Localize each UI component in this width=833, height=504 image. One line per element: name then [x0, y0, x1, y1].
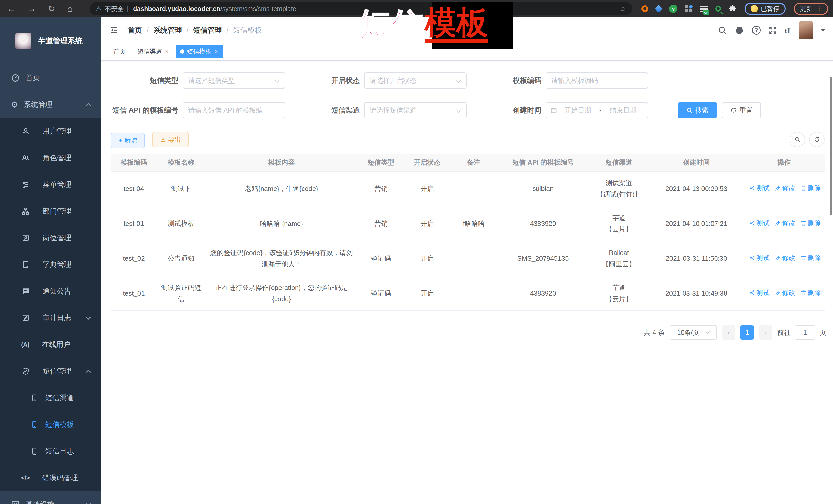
refresh-table-button[interactable] — [809, 132, 825, 147]
url-bar[interactable]: ⚠ 不安全 | dashboard.yudao.iocoder.cn/syste… — [90, 2, 632, 16]
next-page-button[interactable]: › — [759, 325, 772, 340]
extension-magnifier-icon[interactable] — [715, 6, 721, 11]
tab-home[interactable]: 首页 — [109, 45, 130, 58]
test-link[interactable]: 测试 — [749, 252, 770, 264]
sidebar-item-audit-log[interactable]: 审计日志 — [0, 305, 100, 331]
sidebar-item-notice[interactable]: 通知公告 — [0, 278, 100, 305]
breadcrumb-sms[interactable]: 短信管理 — [193, 25, 222, 35]
extension-list-icon[interactable]: on — [700, 6, 708, 12]
sidebar-item-menus[interactable]: 菜单管理 — [0, 171, 100, 198]
page-number-button[interactable]: 1 — [740, 325, 754, 340]
sidebar-item-sms-log[interactable]: 短信日志 — [0, 438, 100, 464]
delete-link[interactable]: 删除 — [801, 183, 821, 194]
close-icon[interactable]: × — [215, 48, 218, 55]
tab-sms-template[interactable]: 短信模板 × — [175, 45, 222, 58]
sidebar-item-sms-template[interactable]: 短信模板 — [0, 411, 100, 438]
end-date-placeholder[interactable]: 结束日期 — [602, 106, 644, 115]
api-template-input[interactable] — [188, 106, 280, 114]
cell-remark — [450, 276, 497, 311]
edit-link[interactable]: 修改 — [775, 183, 795, 194]
sidebar-item-infrastructure[interactable]: 基础设施 — [0, 491, 100, 504]
edit-link[interactable]: 修改 — [775, 287, 795, 298]
breadcrumb-system[interactable]: 系统管理 — [153, 25, 182, 35]
cell-content: 哈哈哈 {name} — [205, 206, 358, 241]
github-icon[interactable] — [735, 25, 744, 35]
cell-status: 开启 — [404, 241, 450, 276]
tab-sms-channel[interactable]: 短信渠道 × — [133, 45, 173, 58]
sidebar-item-error-codes[interactable]: </> 错误码管理 — [0, 464, 100, 491]
sidebar-item-dict[interactable]: 字典管理 — [0, 251, 100, 278]
sidebar-item-online-users[interactable]: (A) 在线用户 — [0, 331, 100, 358]
edit-link[interactable]: 修改 — [775, 217, 795, 229]
goto-page-input[interactable] — [795, 325, 815, 340]
extension-ring-icon[interactable] — [641, 5, 648, 12]
chevron-down-icon — [86, 315, 91, 320]
breadcrumb-home[interactable]: 首页 — [128, 25, 142, 35]
fullscreen-icon[interactable] — [768, 26, 777, 34]
extension-grid-icon[interactable] — [685, 5, 692, 12]
status-select[interactable]: 请选择开启状态 — [364, 72, 467, 89]
show-search-button[interactable] — [790, 132, 805, 147]
browser-forward-icon[interactable]: → — [28, 4, 36, 14]
cell-name: 测试验证码短信 — [157, 276, 205, 311]
channel-select[interactable]: 请选择短信渠道 — [364, 102, 467, 118]
close-icon[interactable]: × — [165, 48, 168, 55]
menu-tree-icon — [21, 181, 30, 189]
cell-name: 测试模板 — [157, 206, 205, 241]
font-size-icon[interactable]: tT — [785, 26, 791, 34]
action-label: 测试 — [756, 217, 770, 229]
action-label: 删除 — [808, 252, 821, 264]
avatar-caret-icon[interactable] — [821, 29, 825, 33]
browser-back-icon[interactable]: ← — [7, 4, 16, 14]
delete-link[interactable]: 删除 — [801, 252, 821, 264]
page-size-select[interactable]: 10条/页 — [670, 325, 717, 340]
sidebar-item-departments[interactable]: 部门管理 — [0, 198, 100, 224]
sidebar-item-sms-channel[interactable]: 短信渠道 — [0, 385, 100, 411]
edit-link[interactable]: 修改 — [775, 252, 795, 264]
hamburger-icon[interactable] — [110, 26, 119, 34]
action-label: 修改 — [782, 183, 795, 194]
sidebar-item-home[interactable]: 首页 — [0, 65, 100, 91]
extension-green-icon[interactable]: v — [669, 5, 677, 13]
search-button[interactable]: 搜索 — [678, 102, 717, 118]
sidebar-item-posts[interactable]: 岗位管理 — [0, 224, 100, 251]
update-button[interactable]: 更新 ⋮ — [794, 3, 828, 15]
date-range-picker[interactable]: 开始日期 - 结束日期 — [546, 102, 648, 118]
delete-link[interactable]: 删除 — [801, 217, 821, 229]
start-date-placeholder[interactable]: 开始日期 — [557, 106, 598, 115]
sidebar-item-users[interactable]: 用户管理 — [0, 118, 100, 145]
sms-type-select[interactable]: 请选择短信类型 — [183, 72, 285, 89]
tab-label: 短信渠道 — [137, 47, 162, 56]
profile-paused-pill[interactable]: 已暂停 — [744, 3, 786, 15]
sidebar-item-roles[interactable]: 角色管理 — [0, 145, 100, 171]
reset-button[interactable]: 重置 — [722, 102, 761, 118]
browser-menu-icon[interactable]: ⋮ — [816, 5, 822, 12]
test-link[interactable]: 测试 — [749, 183, 770, 194]
sidebar-item-sms[interactable]: 短信管理 — [0, 358, 100, 385]
breadcrumb-separator: / — [187, 26, 189, 34]
export-button[interactable]: 导出 — [152, 132, 189, 147]
help-icon[interactable]: ? — [752, 26, 761, 34]
col-created: 创建时间 — [649, 154, 743, 171]
add-button[interactable]: + 新增 — [111, 133, 145, 148]
channel-label: 短信渠道 — [292, 105, 360, 115]
browser-home-icon[interactable]: ⌂ — [67, 4, 72, 14]
extension-gem-icon[interactable] — [654, 5, 663, 13]
browser-refresh-icon[interactable]: ↻ — [48, 4, 55, 14]
delete-link[interactable]: 删除 — [801, 287, 821, 298]
cell-content: 老鸡{name}，牛逼{code} — [205, 171, 358, 206]
bookmark-star-icon[interactable]: ☆ — [620, 5, 626, 13]
search-icon[interactable] — [718, 26, 727, 35]
test-link[interactable]: 测试 — [749, 287, 770, 298]
reset-label: 重置 — [739, 106, 753, 115]
sidebar-item-system[interactable]: ⚙ 系统管理 — [0, 91, 100, 118]
cell-code: test-04 — [111, 171, 157, 206]
plus-icon: + — [118, 137, 122, 144]
template-code-input[interactable] — [551, 77, 643, 85]
test-link[interactable]: 测试 — [749, 217, 770, 229]
scrollbar-thumb[interactable] — [830, 77, 832, 215]
puzzle-extensions-icon[interactable] — [729, 5, 736, 13]
prev-page-button[interactable]: ‹ — [722, 325, 735, 340]
cell-actions: 测试修改删除 — [743, 276, 825, 311]
user-avatar[interactable] — [799, 21, 813, 40]
